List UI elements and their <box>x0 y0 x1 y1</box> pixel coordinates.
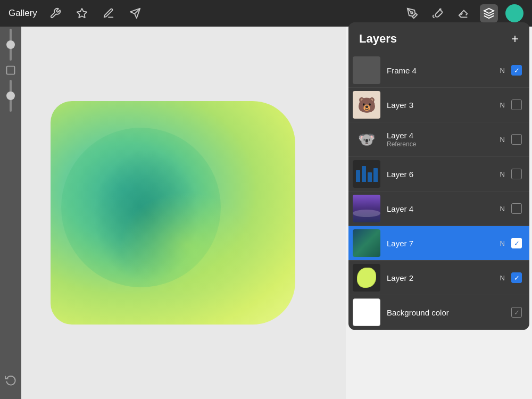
layers-list: Frame 4 N ✓ 🐻 Layer 3 N 🐨 Layer 4 <box>348 53 529 330</box>
eraser-tool-icon[interactable] <box>454 4 472 22</box>
layers-panel: Layers + Frame 4 N ✓ 🐻 Layer 3 N <box>348 22 529 330</box>
layer-thumbnail: 🐨 <box>353 126 380 153</box>
purple-wave <box>353 210 380 217</box>
layers-header: Layers + <box>348 22 529 53</box>
layer-info: Background color <box>387 308 511 317</box>
color-swatch[interactable] <box>505 4 523 22</box>
lemon-thumb-art <box>353 264 380 292</box>
header-left: Gallery <box>9 5 144 22</box>
check-mark-icon: ✓ <box>514 275 520 281</box>
layer-visibility-checkbox[interactable]: ✓ <box>511 307 522 318</box>
size-slider[interactable] <box>10 80 12 112</box>
undo-button[interactable] <box>5 374 16 388</box>
layer-info: Layer 2 <box>387 273 500 282</box>
wrench-icon[interactable] <box>47 5 64 22</box>
pen-tool-icon[interactable] <box>403 4 421 22</box>
layer-thumbnail <box>353 229 380 257</box>
sidebar-square[interactable] <box>3 63 18 78</box>
frame4-thumb-art <box>353 56 380 84</box>
layer-blend-mode: N <box>500 136 505 144</box>
layer-row[interactable]: Layer 6 N <box>348 157 529 192</box>
bear-dark-thumb-art: 🐨 <box>358 131 375 148</box>
layer-visibility-checkbox[interactable]: ✓ <box>511 272 522 283</box>
bar2 <box>362 166 366 182</box>
layer-row[interactable]: 🐻 Layer 3 N <box>348 88 529 122</box>
svg-point-3 <box>411 12 413 14</box>
add-layer-button[interactable]: + <box>511 32 519 45</box>
layer-info: Layer 7 <box>387 239 500 248</box>
opacity-slider[interactable] <box>10 29 12 61</box>
layer-row[interactable]: Layer 4 N <box>348 192 529 226</box>
canvas-painting <box>40 85 306 340</box>
watercolor-overlay3 <box>120 192 253 298</box>
layer-thumbnail <box>353 56 380 84</box>
send-icon[interactable] <box>127 5 144 22</box>
layer-row[interactable]: 🐨 Layer 4 Reference N <box>348 122 529 157</box>
brush-tool-icon[interactable] <box>429 4 447 22</box>
size-slider-thumb <box>6 92 15 100</box>
sidebar-top-control <box>3 37 18 52</box>
sidebar-bottom-slider <box>3 88 18 103</box>
layer-info: Layer 3 <box>387 101 500 110</box>
layer-thumbnail <box>353 195 380 222</box>
layer-name: Layer 4 <box>387 204 500 213</box>
check-mark-icon: ✓ <box>514 309 520 316</box>
layer-thumbnail <box>353 298 380 326</box>
layer-thumbnail: 🐻 <box>353 91 380 119</box>
gallery-button[interactable]: Gallery <box>9 8 37 19</box>
canvas-area[interactable] <box>0 27 346 399</box>
layer-info: Layer 4 <box>387 204 500 213</box>
check-mark-icon: ✓ <box>514 67 520 74</box>
purple-thumb-art <box>353 195 380 222</box>
layer-visibility-checkbox[interactable] <box>511 203 522 214</box>
lemon-shape <box>357 268 376 288</box>
layer-row-active[interactable]: Layer 7 N ✓ <box>348 226 529 261</box>
layer-visibility-checkbox[interactable] <box>511 134 522 145</box>
layer-name: Layer 6 <box>387 170 500 179</box>
left-sidebar <box>0 27 21 399</box>
layer-row[interactable]: Frame 4 N ✓ <box>348 53 529 88</box>
layer-name: Layer 2 <box>387 273 500 282</box>
sketch-icon[interactable] <box>100 5 117 22</box>
svg-marker-0 <box>77 9 87 18</box>
check-mark-icon: ✓ <box>514 240 520 247</box>
layers-panel-title: Layers <box>359 32 397 46</box>
layer-blend-mode: N <box>500 274 505 282</box>
bar1 <box>356 170 360 182</box>
bar3 <box>368 172 372 182</box>
layer-name: Layer 4 <box>387 131 500 140</box>
layer-blend-mode: N <box>500 66 505 74</box>
layer-visibility-checkbox[interactable]: ✓ <box>511 238 522 248</box>
layer-name: Layer 7 <box>387 239 500 248</box>
bar4 <box>373 168 378 182</box>
layer-name: Background color <box>387 308 511 317</box>
magic-icon[interactable] <box>73 5 90 22</box>
background-color-row[interactable]: Background color ✓ <box>348 295 529 330</box>
layer-thumbnail <box>353 160 380 188</box>
svg-marker-4 <box>484 9 494 13</box>
bars-thumb-art <box>354 164 380 184</box>
layer-row[interactable]: Layer 2 N ✓ <box>348 261 529 295</box>
layer-sublabel: Reference <box>387 140 500 148</box>
layer-blend-mode: N <box>500 101 505 109</box>
layer-info: Layer 6 <box>387 170 500 179</box>
layer-blend-mode: N <box>500 170 505 178</box>
layer-name: Layer 3 <box>387 101 500 110</box>
layers-tool-icon[interactable] <box>480 4 498 22</box>
layer-visibility-checkbox[interactable] <box>511 169 522 179</box>
layer-visibility-checkbox[interactable] <box>511 99 522 110</box>
layer-thumbnail <box>353 264 380 292</box>
layer-visibility-checkbox[interactable]: ✓ <box>511 65 522 76</box>
layer-blend-mode: N <box>500 205 505 213</box>
bear-light-thumb-art: 🐻 <box>358 96 376 114</box>
svg-rect-5 <box>7 66 15 74</box>
layer-name: Frame 4 <box>387 66 500 75</box>
layer7-thumb-art <box>353 229 380 257</box>
layer-blend-mode: N <box>500 239 505 247</box>
opacity-slider-thumb <box>6 40 15 49</box>
layer-info: Layer 4 Reference <box>387 131 500 148</box>
header-right <box>403 4 523 22</box>
layer-info: Frame 4 <box>387 66 500 75</box>
